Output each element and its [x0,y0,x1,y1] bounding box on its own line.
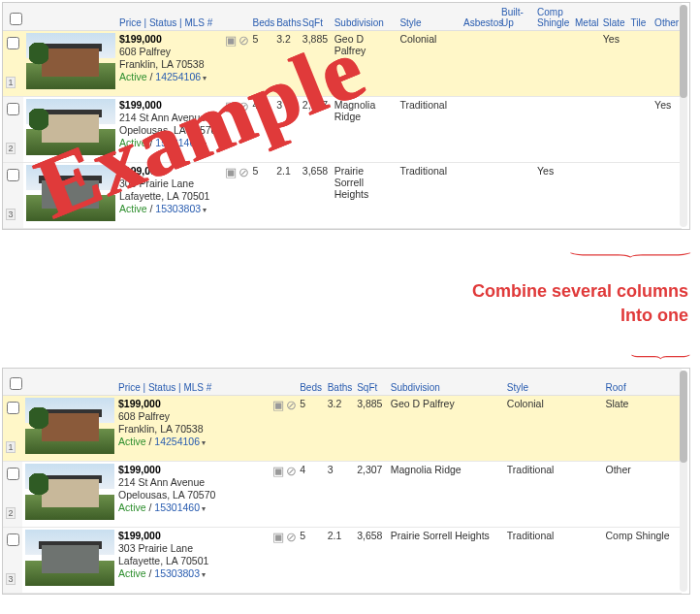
header-sqft[interactable]: SqFt [300,3,332,30]
row-checkbox[interactable] [7,402,19,414]
into-one-text: Into one [446,306,688,326]
details-cell: $199,000 608 Palfrey Franklin, LA 70538 … [115,396,270,462]
style-cell: Traditional [504,462,603,528]
mls-link[interactable]: 14254106 [154,436,206,447]
briefcase-icon[interactable]: ▣ [272,530,286,544]
mls-link[interactable]: 15301460 [154,501,206,513]
listing-photo[interactable] [26,33,115,89]
mls-link[interactable]: 15301460 [155,137,207,148]
table-row[interactable]: 1 $199,000 608 Palfrey Franklin, LA 7053… [3,396,682,462]
briefcase-icon[interactable]: ▣ [225,33,239,48]
briefcase-icon[interactable]: ▣ [272,464,286,478]
row-actions: ▣⊘✎ [270,528,297,594]
sqft-cell: 2,307 [354,462,388,528]
block-icon[interactable]: ⊘ [286,464,297,478]
listing-photo[interactable] [25,464,114,520]
results-table-after: Price | Status | MLS # Beds Baths SqFt S… [3,369,682,595]
row-select-cell: 2 [3,462,22,528]
block-icon[interactable]: ⊘ [239,165,250,179]
listing-details: $199,000 303 Prairie Lane Lafayette, LA … [118,530,267,581]
scroll-thumb[interactable] [680,371,687,464]
row-checkbox[interactable] [7,468,19,480]
table-header: Price | Status | MLS # Beds Baths SqFt S… [3,369,682,396]
table-row[interactable]: 2 $199,000 214 St Ann Avenue Opelousas, … [3,462,682,528]
row-checkbox[interactable] [7,37,19,49]
block-icon[interactable]: ⊘ [286,398,297,412]
header-slate[interactable]: Slate [600,3,628,30]
row-number: 3 [6,573,16,585]
table-row[interactable]: 3 $199,000 303 Prairie Lane Lafayette, L… [3,528,682,594]
style-cell: Colonial [504,396,603,462]
row-checkbox[interactable] [7,533,19,546]
mls-link[interactable]: 15303803 [155,203,207,214]
header-comp-shingle[interactable]: Comp Shingle [534,3,572,30]
scroll-thumb[interactable] [680,5,687,98]
header-tile[interactable]: Tile [627,3,652,30]
photo-cell [23,30,116,96]
listing-details: $199,000 303 Prairie Lane Lafayette, LA … [119,165,219,216]
metal-cell [572,162,600,228]
listing-photo[interactable] [26,99,115,155]
row-actions: ▣⊘✎ [222,162,250,228]
roof-cell: Comp Shingle [603,528,682,594]
listing-photo[interactable] [25,398,114,454]
baths-cell: 3.2 [273,30,300,96]
beds-cell: 5 [297,528,324,594]
table-row[interactable]: 1 $199,000 608 Palfrey Franklin, LA 7053… [3,30,682,96]
scrollbar[interactable] [680,371,687,593]
select-all-checkbox[interactable] [10,13,22,25]
sep: / [146,436,155,447]
price: $199,000 [119,33,162,45]
sqft-cell: 3,885 [354,396,388,462]
header-builtup[interactable]: Built-Up [498,3,534,30]
row-checkbox[interactable] [7,103,19,115]
header-style[interactable]: Style [504,369,603,396]
header-metal[interactable]: Metal [572,3,600,30]
address-line1: 214 St Ann Avenue [118,476,205,488]
scrollbar[interactable] [680,5,687,227]
listing-details: $199,000 214 St Ann Avenue Opelousas, LA… [119,99,219,150]
table-row[interactable]: 2 $199,000 214 St Ann Avenue Opelousas, … [3,96,682,162]
header-actions [222,3,250,30]
block-icon[interactable]: ⊘ [239,33,250,48]
beds-cell: 4 [250,96,274,162]
briefcase-icon[interactable]: ▣ [225,165,239,179]
select-all-checkbox[interactable] [10,377,22,390]
header-price-status-mls[interactable]: Price | Status | MLS # [116,3,222,30]
header-subdivision[interactable]: Subdivision [388,369,504,396]
row-checkbox[interactable] [7,169,19,181]
header-beds[interactable]: Beds [297,369,324,396]
block-icon[interactable]: ⊘ [286,530,297,544]
header-price-status-mls[interactable]: Price | Status | MLS # [115,369,270,396]
header-style[interactable]: Style [397,3,461,30]
briefcase-icon[interactable]: ▣ [225,99,239,113]
block-icon[interactable]: ⊘ [239,99,250,113]
mls-link[interactable]: 15303803 [154,567,206,579]
header-asbestos[interactable]: Asbestos [461,3,498,30]
roof-cell: Other [603,462,682,528]
listing-photo[interactable] [26,165,115,221]
briefcase-icon[interactable]: ▣ [272,398,286,412]
asbestos-cell [461,96,498,162]
style-cell: Traditional [504,528,603,594]
listing-details: $199,000 214 St Ann Avenue Opelousas, LA… [118,464,267,515]
photo-cell [23,162,116,228]
header-sqft[interactable]: SqFt [354,369,388,396]
brace-icon: ︸ [549,354,688,363]
slate-cell: Yes [600,30,628,96]
mls-link[interactable]: 14254106 [155,71,207,82]
sqft-cell: 3,885 [300,30,332,96]
header-beds[interactable]: Beds [250,3,274,30]
subdivision-cell: Geo D Palfrey [388,396,504,462]
table-row[interactable]: 3 $199,000 303 Prairie Lane Lafayette, L… [3,162,682,228]
slate-cell [600,162,628,228]
row-number: 1 [6,77,16,88]
header-baths[interactable]: Baths [325,369,355,396]
header-baths[interactable]: Baths [273,3,300,30]
row-actions: ▣⊘✎ [270,396,297,462]
header-roof[interactable]: Roof [603,369,682,396]
header-other[interactable]: Other [652,3,682,30]
header-subdivision[interactable]: Subdivision [332,3,398,30]
listing-photo[interactable] [25,530,114,586]
metal-cell [572,96,600,162]
